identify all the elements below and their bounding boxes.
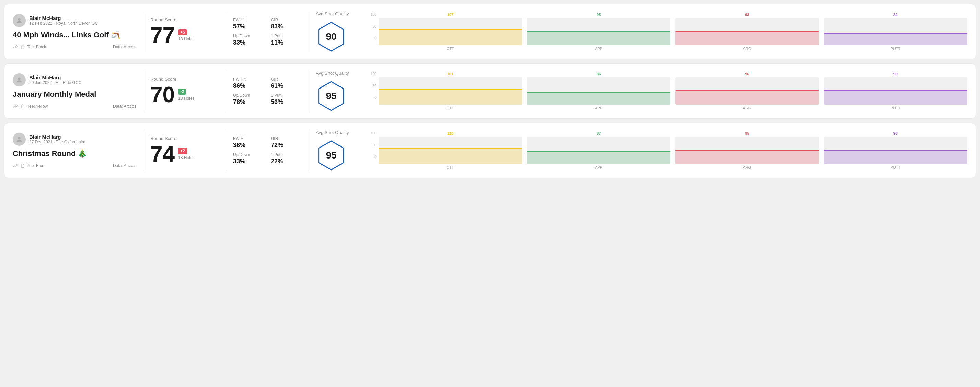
chart-bar-line xyxy=(675,90,819,91)
player-header: Blair McHarg 12 Feb 2022 · Royal North D… xyxy=(13,14,136,27)
chart-bar-area xyxy=(527,136,670,164)
chart-bar-fill xyxy=(527,152,670,164)
player-footer: Tee: Black Data: Arccos xyxy=(13,44,136,50)
fw-hit-value: 86% xyxy=(233,82,264,90)
chart-bar-area xyxy=(675,77,819,105)
player-name: Blair McHarg xyxy=(29,15,98,21)
chart-bar-fill xyxy=(675,32,819,45)
shot-quality-section: Avg Shot Quality 90 xyxy=(316,11,371,52)
gir-value: 83% xyxy=(271,23,302,30)
score-main: 74 +2 18 Holes xyxy=(150,143,219,165)
svg-point-7 xyxy=(16,164,17,166)
chart-section: 100 50 0 110 OTT 87 xyxy=(371,132,967,170)
gir-label: GIR xyxy=(271,77,302,82)
divider-2 xyxy=(226,71,226,111)
chart-bar-area xyxy=(675,136,819,164)
score-section: Round Score 77 +5 18 Holes xyxy=(150,17,219,46)
chart-axis: 100 50 0 xyxy=(371,13,377,40)
hexagon: 90 xyxy=(316,21,347,52)
score-section: Round Score 74 +2 18 Holes xyxy=(150,136,219,165)
chart-inner: 100 50 0 101 OTT 86 xyxy=(371,72,967,110)
divider-3 xyxy=(309,11,309,52)
chart-value-app: 87 xyxy=(597,132,601,135)
chart-column-ott: 107 OTT xyxy=(379,13,522,51)
putt1-stat: 1 Putt 56% xyxy=(271,93,302,106)
gir-value: 61% xyxy=(271,82,302,90)
data-source: Data: Arccos xyxy=(113,163,136,168)
tee-info: Tee: Black xyxy=(13,44,46,50)
chart-xlabel: OTT xyxy=(447,106,454,110)
axis-bot: 0 xyxy=(374,155,377,159)
avg-shot-label: Avg Shot Quality xyxy=(316,11,349,16)
chart-value-putt: 99 xyxy=(894,72,897,76)
avatar xyxy=(13,73,26,86)
chart-bar-line xyxy=(527,92,670,93)
chart-bar-line xyxy=(527,31,670,32)
chart-bar-fill xyxy=(824,90,967,105)
chart-bar-area xyxy=(379,136,522,164)
putt1-label: 1 Putt xyxy=(271,33,302,38)
chart-inner: 100 50 0 110 OTT 87 xyxy=(371,132,967,170)
stats-grid: FW Hit 86% GIR 61% Up/Down 78% 1 Putt 56… xyxy=(233,77,302,106)
round-card-3: Blair McHarg 27 Dec 2021 · The Oxfordshi… xyxy=(4,123,976,178)
avatar xyxy=(13,133,26,146)
divider-3 xyxy=(309,130,309,171)
chart-value-app: 95 xyxy=(597,13,601,17)
player-header: Blair McHarg 29 Jan 2022 · Mill Ride GCC xyxy=(13,73,136,86)
stats-section: FW Hit 36% GIR 72% Up/Down 33% 1 Putt 22… xyxy=(233,136,302,165)
gir-stat: GIR 83% xyxy=(271,17,302,30)
chart-column-putt: 82 PUTT xyxy=(824,13,967,51)
player-date: 29 Jan 2022 · Mill Ride GCC xyxy=(29,80,81,85)
chart-xlabel: ARG xyxy=(743,106,751,110)
score-details: -2 18 Holes xyxy=(178,89,194,101)
chart-axis: 100 50 0 xyxy=(371,72,377,100)
putt1-stat: 1 Putt 11% xyxy=(271,33,302,46)
axis-mid: 50 xyxy=(373,143,377,147)
gir-label: GIR xyxy=(271,136,302,141)
updown-label: Up/Down xyxy=(233,152,264,157)
chart-column-ott: 101 OTT xyxy=(379,72,522,110)
bag-icon xyxy=(20,44,25,50)
chart-bar-line xyxy=(675,30,819,32)
axis-mid: 50 xyxy=(373,84,377,88)
stats-section: FW Hit 57% GIR 83% Up/Down 33% 1 Putt 11… xyxy=(233,17,302,46)
chart-bar-area xyxy=(824,136,967,164)
putt1-value: 56% xyxy=(271,98,302,106)
round-score-label: Round Score xyxy=(150,136,219,141)
player-name: Blair McHarg xyxy=(29,75,81,80)
chart-column-putt: 93 PUTT xyxy=(824,132,967,170)
chart-section: 100 50 0 101 OTT 86 xyxy=(371,72,967,110)
tee-label: Tee: Yellow xyxy=(27,104,48,109)
axis-mid: 50 xyxy=(373,25,377,29)
player-name: Blair McHarg xyxy=(29,134,86,140)
score-section: Round Score 70 -2 18 Holes xyxy=(150,76,219,106)
hex-score: 90 xyxy=(326,31,336,42)
chart-bar-fill xyxy=(675,91,819,105)
score-badge: +2 xyxy=(178,148,187,154)
gir-label: GIR xyxy=(271,17,302,22)
chart-value-ott: 110 xyxy=(447,132,453,135)
shot-quality-section: Avg Shot Quality 95 xyxy=(316,71,371,111)
chart-bar-fill xyxy=(527,32,670,45)
chart-xlabel: APP xyxy=(595,47,602,51)
avg-shot-label: Avg Shot Quality xyxy=(316,71,349,76)
axis-bot: 0 xyxy=(374,96,377,100)
gir-stat: GIR 72% xyxy=(271,136,302,149)
gir-value: 72% xyxy=(271,142,302,149)
tee-label: Tee: Black xyxy=(27,44,46,49)
chart-bar-line xyxy=(379,29,522,30)
fw-hit-stat: FW Hit 36% xyxy=(233,136,264,149)
avg-shot-label: Avg Shot Quality xyxy=(316,130,349,135)
score-details: +5 18 Holes xyxy=(178,29,194,41)
putt1-stat: 1 Putt 22% xyxy=(271,152,302,165)
chart-bars-container: 101 OTT 86 APP 96 xyxy=(377,72,967,110)
axis-bot: 0 xyxy=(374,36,377,40)
chart-value-putt: 93 xyxy=(894,132,897,135)
chart-value-arg: 98 xyxy=(745,13,749,17)
data-source: Data: Arccos xyxy=(113,44,136,49)
chart-column-arg: 96 ARG xyxy=(675,72,819,110)
hex-score: 95 xyxy=(326,150,336,161)
hexagon: 95 xyxy=(316,81,347,111)
divider-1 xyxy=(143,71,143,111)
chart-bars-container: 110 OTT 87 APP 95 xyxy=(377,132,967,170)
